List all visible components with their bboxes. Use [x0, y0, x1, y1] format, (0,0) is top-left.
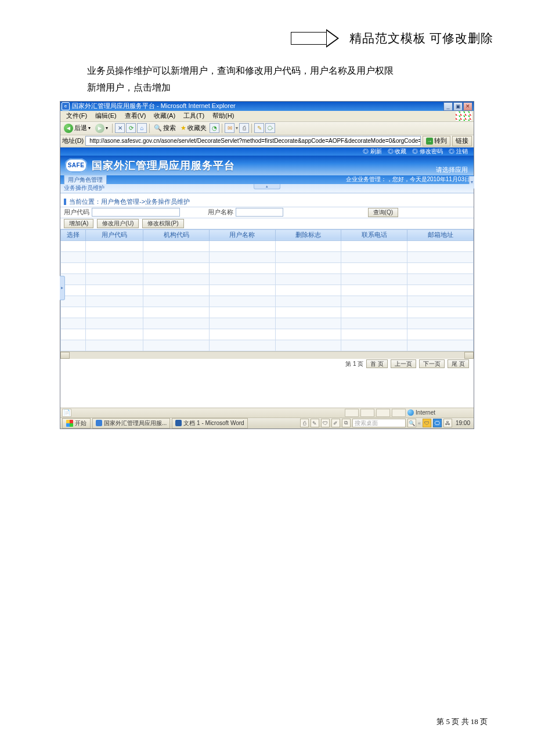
- subnav-label[interactable]: 业务操作员维护: [64, 184, 104, 192]
- globe-icon: [407, 409, 414, 416]
- h-scrollbar[interactable]: [60, 351, 474, 359]
- input-user-code[interactable]: [92, 208, 180, 217]
- table-row[interactable]: [61, 273, 474, 285]
- label-user-name: 用户名称: [208, 208, 233, 217]
- col-phone[interactable]: 联系电话: [341, 229, 407, 240]
- toplink-pwd[interactable]: 修改密码: [412, 147, 443, 156]
- first-page-button[interactable]: 首 页: [366, 359, 388, 368]
- splitter-handle[interactable]: ▴: [254, 184, 280, 189]
- col-usercode[interactable]: 用户代码: [85, 229, 143, 240]
- tray-icon[interactable]: 🛡: [321, 419, 330, 427]
- tray-icon[interactable]: ⎙: [300, 419, 309, 427]
- minimize-button[interactable]: _: [443, 102, 453, 111]
- query-row: 用户代码 用户名称 查询(Q): [60, 207, 474, 218]
- toplink-refresh[interactable]: 刷新: [363, 147, 382, 156]
- table-row[interactable]: [61, 296, 474, 307]
- home-button[interactable]: ⌂: [137, 123, 147, 133]
- last-page-button[interactable]: 尾 页: [448, 359, 469, 368]
- left-collapse-handle[interactable]: ▸: [60, 276, 65, 300]
- table-row[interactable]: [61, 251, 474, 262]
- clock[interactable]: 19:00: [454, 420, 472, 426]
- menu-help[interactable]: 帮助(H): [209, 111, 237, 121]
- start-label: 开始: [75, 419, 86, 427]
- screenshot-frame: ▸ ▾ e 国家外汇管理局应用服务平台 - Microsoft Internet…: [60, 101, 474, 429]
- add-button[interactable]: 增加(A): [64, 219, 93, 228]
- scroll-left-button[interactable]: [60, 352, 70, 359]
- table-row[interactable]: [61, 240, 474, 251]
- taskbar-item-word[interactable]: 文档 1 - Microsoft Word: [172, 418, 247, 429]
- search-go-button[interactable]: 🔍: [407, 419, 416, 427]
- scroll-right-button[interactable]: [464, 352, 474, 359]
- tray-icon[interactable]: ✐: [331, 419, 340, 427]
- prev-page-button[interactable]: 上一页: [391, 359, 416, 368]
- mail-button[interactable]: ✉: [225, 123, 234, 133]
- query-button[interactable]: 查询(Q): [368, 208, 398, 217]
- status-text: 企业业务管理：，您好，今天是2010年11月03日: [346, 175, 471, 183]
- col-select[interactable]: 选择: [61, 229, 86, 240]
- app-banner-title: 国家外汇管理局应用服务平台: [92, 159, 235, 172]
- table-row[interactable]: [61, 262, 474, 273]
- tray-expand-icon[interactable]: «: [418, 420, 421, 426]
- research-button[interactable]: ⧂: [265, 123, 275, 133]
- doc-header: 精品范文模板 可修改删除: [41, 29, 493, 48]
- search-icon: 🔍: [154, 124, 162, 132]
- menu-tools[interactable]: 工具(T): [180, 111, 208, 121]
- taskbar-item-label: 国家外汇管理局应用服...: [104, 419, 167, 427]
- stop-button[interactable]: ✕: [115, 123, 125, 133]
- edit-button[interactable]: ✎: [254, 123, 264, 133]
- print-button[interactable]: ⎙: [239, 123, 249, 133]
- edit-perm-button[interactable]: 修改权限(P): [142, 219, 183, 228]
- blank-area: [60, 369, 474, 408]
- address-input[interactable]: http://asone.safesvc.gov.cn/asone/servle…: [85, 136, 421, 146]
- search-button[interactable]: 🔍 搜索: [152, 123, 178, 134]
- start-button[interactable]: 开始: [62, 418, 91, 429]
- table-row[interactable]: [61, 318, 474, 329]
- col-delflag[interactable]: 删除标志: [275, 229, 341, 240]
- status-slot: [360, 409, 374, 417]
- taskbar-item-ie[interactable]: 国家外汇管理局应用服...: [92, 418, 170, 429]
- tray-icon[interactable]: ⧉: [342, 419, 351, 427]
- go-button[interactable]: → 转到: [423, 136, 450, 146]
- search-placeholder: 搜索桌面: [355, 419, 378, 427]
- next-page-button[interactable]: 下一页: [419, 359, 445, 368]
- table-row[interactable]: [61, 307, 474, 318]
- ie-statusbar: 📄 Internet: [60, 408, 474, 417]
- favorites-button[interactable]: ★ 收藏夹: [179, 123, 208, 134]
- restore-button[interactable]: ▣: [453, 102, 463, 111]
- word-icon: [175, 420, 182, 426]
- ie-icon: e: [62, 102, 70, 110]
- col-orgcode[interactable]: 机构代码: [143, 229, 210, 240]
- desktop-search[interactable]: 搜索桌面: [352, 419, 406, 427]
- toplink-logout[interactable]: 注销: [449, 147, 468, 156]
- menu-edit[interactable]: 编辑(E): [92, 111, 120, 121]
- taskbar-item-label: 文档 1 - Microsoft Word: [183, 419, 244, 427]
- back-button[interactable]: ◄ 后退 ▾: [62, 123, 92, 134]
- input-user-name[interactable]: [236, 208, 283, 217]
- data-table: 选择 用户代码 机构代码 用户名称 删除标志 联系电话 邮箱地址: [60, 229, 474, 351]
- col-username[interactable]: 用户名称: [209, 229, 275, 240]
- safe-logo: SAFE: [65, 159, 87, 172]
- close-button[interactable]: ✕: [463, 102, 472, 111]
- tray-network-icon[interactable]: 🖧: [443, 419, 452, 427]
- links-button[interactable]: 链接: [452, 136, 472, 146]
- tray-shield-icon[interactable]: 🛡: [423, 419, 431, 427]
- edit-user-button[interactable]: 修改用户(U): [97, 219, 139, 228]
- col-email[interactable]: 邮箱地址: [407, 229, 474, 240]
- refresh-button[interactable]: ⟳: [126, 123, 136, 133]
- table-row[interactable]: [61, 285, 474, 296]
- table-row[interactable]: [61, 340, 474, 351]
- tray-icon[interactable]: ✎: [311, 419, 319, 427]
- menu-fav[interactable]: 收藏(A): [150, 111, 179, 121]
- ie-toolbar: ◄ 后退 ▾ ► ▾ ✕ ⟳ ⌂ 🔍 搜索 ★ 收藏夹 ◔ ✉: [60, 122, 474, 135]
- tray-display-icon[interactable]: 🖵: [433, 419, 442, 427]
- table-row[interactable]: [61, 329, 474, 340]
- security-zone[interactable]: Internet: [407, 409, 435, 416]
- toplink-fav[interactable]: 收藏: [388, 147, 407, 156]
- menu-file[interactable]: 文件(F): [63, 111, 91, 121]
- select-app-link[interactable]: 请选择应用: [436, 165, 468, 174]
- tab-user-role-mgmt[interactable]: 用户角色管理: [64, 175, 107, 184]
- ie-menubar: 文件(F) 编辑(E) 查看(V) 收藏(A) 工具(T) 帮助(H): [60, 111, 474, 122]
- forward-button[interactable]: ► ▾: [93, 123, 110, 134]
- menu-view[interactable]: 查看(V): [121, 111, 150, 121]
- history-button[interactable]: ◔: [210, 123, 219, 133]
